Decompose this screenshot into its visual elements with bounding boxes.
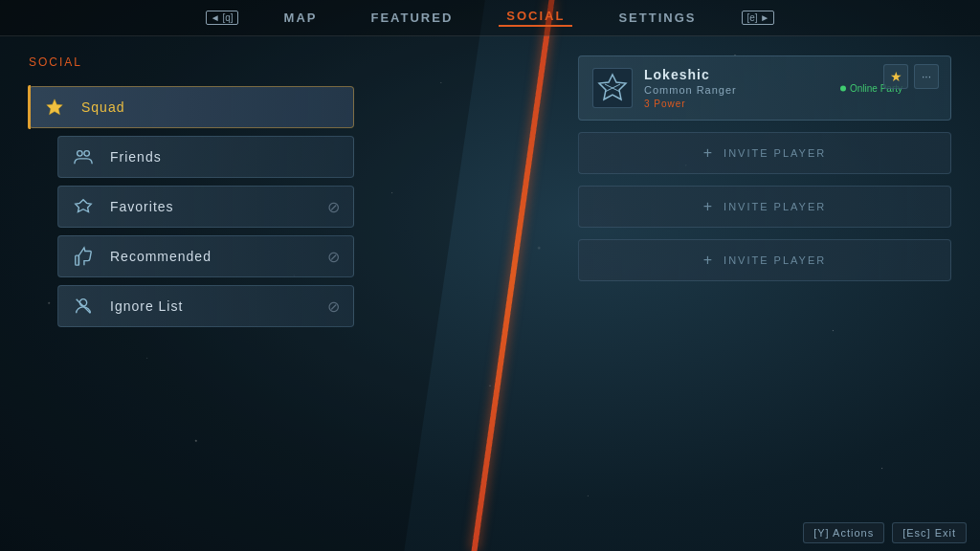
invite-slot-1[interactable]: + INVITE PLAYER	[578, 132, 951, 174]
status-dot	[840, 85, 846, 91]
invite-label-2: INVITE PLAYER	[724, 201, 826, 212]
exit-label: [Esc] Exit	[902, 527, 956, 539]
top-navigation: ◄ [q] MAP FEATURED SOCIAL SETTINGS [e] ►	[0, 0, 980, 36]
ignore-list-label: Ignore List	[110, 298, 316, 314]
nav-prev[interactable]: ◄ [q]	[206, 11, 238, 25]
nav-featured[interactable]: FEATURED	[363, 11, 460, 25]
friends-label: Friends	[110, 149, 340, 165]
menu-item-friends[interactable]: Friends	[57, 136, 354, 178]
next-key: [e] ►	[742, 11, 774, 25]
menu-item-ignore-list[interactable]: Ignore List ⊘	[57, 285, 354, 327]
nav-social[interactable]: SOCIAL	[499, 9, 572, 27]
invite-slot-2[interactable]: + INVITE PLAYER	[578, 186, 951, 228]
favorites-icon	[68, 191, 99, 222]
invite-plus-icon-1: +	[703, 144, 714, 162]
actions-button[interactable]: [Y] Actions	[803, 522, 884, 543]
menu-item-favorites[interactable]: Favorites ⊘	[57, 186, 354, 228]
squad-icon	[39, 92, 70, 122]
svg-rect-3	[76, 255, 79, 265]
recommended-icon	[68, 241, 99, 272]
recommended-disabled-icon: ⊘	[327, 248, 340, 266]
player-card-actions: ★ ···	[883, 64, 939, 89]
exit-button[interactable]: [Esc] Exit	[892, 522, 967, 543]
invite-slot-3[interactable]: + INVITE PLAYER	[578, 239, 951, 281]
svg-marker-6	[599, 75, 626, 99]
player-power: 3 Power	[644, 99, 937, 109]
prev-key: ◄ [q]	[206, 11, 238, 25]
svg-point-2	[84, 151, 90, 157]
svg-point-1	[78, 151, 83, 157]
actions-label: [Y] Actions	[813, 527, 874, 539]
friends-icon	[68, 142, 99, 172]
menu-list: Squad Friends Favorites ⊘	[29, 86, 459, 327]
player-more-btn[interactable]: ···	[914, 64, 939, 89]
bottom-bar: [Y] Actions [Esc] Exit	[790, 515, 980, 551]
squad-label: Squad	[81, 99, 340, 115]
nav-next[interactable]: [e] ►	[742, 11, 774, 25]
right-panel: Lokeshic Common Ranger 3 Power Online Pa…	[549, 36, 980, 551]
favorites-disabled-icon: ⊘	[327, 198, 340, 216]
ignore-list-disabled-icon: ⊘	[327, 298, 340, 316]
player-card: Lokeshic Common Ranger 3 Power Online Pa…	[578, 55, 951, 121]
invite-plus-icon-2: +	[703, 198, 714, 215]
svg-marker-0	[47, 99, 63, 115]
player-star-btn[interactable]: ★	[883, 64, 908, 89]
invite-plus-icon-3: +	[703, 252, 714, 269]
favorites-label: Favorites	[110, 199, 316, 214]
nav-map[interactable]: MAP	[277, 11, 325, 25]
ignore-list-icon	[68, 291, 99, 321]
svg-point-4	[79, 299, 86, 306]
svg-line-5	[77, 299, 91, 314]
left-panel: Social Squad Friends	[0, 36, 488, 551]
menu-item-squad[interactable]: Squad	[29, 86, 354, 128]
nav-settings[interactable]: SETTINGS	[611, 11, 703, 25]
player-avatar	[592, 68, 633, 108]
recommended-label: Recommended	[110, 249, 316, 264]
section-title: Social	[29, 55, 459, 69]
menu-item-recommended[interactable]: Recommended ⊘	[57, 235, 354, 277]
invite-label-1: INVITE PLAYER	[724, 147, 826, 159]
invite-label-3: INVITE PLAYER	[724, 254, 826, 266]
